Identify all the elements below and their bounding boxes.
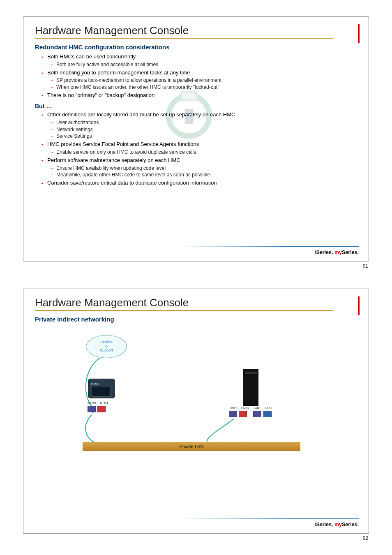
bullet-item: Consider save/restore critical data to d… xyxy=(47,179,359,187)
bullet-item: Perform software maintenance separately … xyxy=(47,157,359,178)
network-diagram: Service & Support HMC ETH0 ETH1 xyxy=(72,335,318,467)
port-eth0 xyxy=(88,406,96,412)
bullet-text: Consider save/restore critical data to d… xyxy=(47,180,217,186)
accent-bar xyxy=(358,296,360,315)
sub-bullet: SP provides a lock-mechanism to allow op… xyxy=(56,77,359,84)
footer-series: Series. xyxy=(316,522,333,527)
sub-bullet: Service Settings xyxy=(56,133,359,140)
slide-title: Hardware Management Console xyxy=(35,24,359,37)
eth1-label: ETH1 xyxy=(100,401,108,405)
hmc-screen xyxy=(92,387,111,397)
sub-bullet: Meanwhile, update other HMC code to same… xyxy=(56,171,359,178)
sub-bullet: When one HMC issues an order, the other … xyxy=(56,84,359,91)
footer-tagline: iSeries. mySeries. xyxy=(315,522,359,527)
private-lan-bar: Private LAN xyxy=(83,442,300,451)
bullet-text: Both HMCs can be used concurrently xyxy=(47,53,136,60)
eth0-label: ETH0 xyxy=(88,401,96,405)
bullet-text: Other definitions are locally stored and… xyxy=(47,111,235,118)
section-heading: Redundant HMC configuration consideratio… xyxy=(35,44,359,51)
bullet-item: Both HMCs can be used concurrently Both … xyxy=(47,53,359,68)
bullet-text: There is no "primary" or "backup" design… xyxy=(47,92,154,98)
port-lan1 xyxy=(253,411,261,417)
hmc2-label: HMC2 xyxy=(241,407,249,409)
footer-series2: Series. xyxy=(342,522,359,527)
server-tower xyxy=(243,369,258,406)
page-number: 91 xyxy=(23,263,369,269)
bullet-item: HMC provides Service Focal Point and Ser… xyxy=(47,141,359,156)
sub-bullet: Ensure HMC availability when updating co… xyxy=(56,165,359,172)
footer-series2: Series. xyxy=(342,250,359,255)
page-number: 92 xyxy=(23,535,369,541)
footer-tagline: iSeries. mySeries. xyxy=(315,250,359,255)
port-eth1 xyxy=(97,406,106,412)
slide-91: Hardware Management Console Redundant HM… xyxy=(23,16,369,261)
sub-bullet: User authorizations xyxy=(56,119,359,126)
bullet-text: Both enabling you to perform management … xyxy=(47,69,190,76)
section-heading: Private indirect networking xyxy=(35,316,359,323)
sub-bullet: Both are fully active and accessible at … xyxy=(56,61,359,68)
hmc-ports xyxy=(88,406,106,414)
accent-bar xyxy=(358,24,360,43)
title-underline xyxy=(35,310,333,311)
footer-my: my xyxy=(334,250,342,255)
slide-92: Hardware Management Console Private indi… xyxy=(23,289,369,534)
footer-my: my xyxy=(334,522,342,527)
bullet-group-b: Other definitions are locally stored and… xyxy=(35,111,359,187)
hmc-label: HMC xyxy=(91,382,99,386)
bullet-text: Perform software maintenance separately … xyxy=(47,157,180,163)
footer-rule xyxy=(180,518,359,519)
bullet-item: There is no "primary" or "backup" design… xyxy=(47,92,359,99)
cloud-label: Service & Support xyxy=(100,340,113,352)
hmc1-label: HMC1 xyxy=(230,407,238,409)
port-hmc1 xyxy=(229,411,237,417)
sub-bullet: Network settings xyxy=(56,126,359,133)
lan1-label: LAN1 xyxy=(254,407,261,409)
lan-bar-label: Private LAN xyxy=(180,444,204,449)
sub-bullet: Enable service on only one HMC to avoid … xyxy=(56,149,359,156)
but-heading: But … xyxy=(35,103,359,109)
footer-rule xyxy=(180,246,359,247)
footer-series: Series. xyxy=(316,250,333,255)
bullet-text: HMC provides Service Focal Point and Ser… xyxy=(47,141,199,147)
lan2-label: LAN2 xyxy=(265,407,272,409)
service-support-cloud: Service & Support xyxy=(86,335,127,358)
server-ports xyxy=(229,411,272,419)
title-underline xyxy=(35,38,333,39)
bullet-item: Both enabling you to perform management … xyxy=(47,69,359,91)
slide-title: Hardware Management Console xyxy=(35,296,359,309)
port-hmc2 xyxy=(239,411,247,417)
port-lan2 xyxy=(263,411,272,417)
bullet-item: Other definitions are locally stored and… xyxy=(47,111,359,140)
bullet-group-a: Both HMCs can be used concurrently Both … xyxy=(35,53,359,99)
